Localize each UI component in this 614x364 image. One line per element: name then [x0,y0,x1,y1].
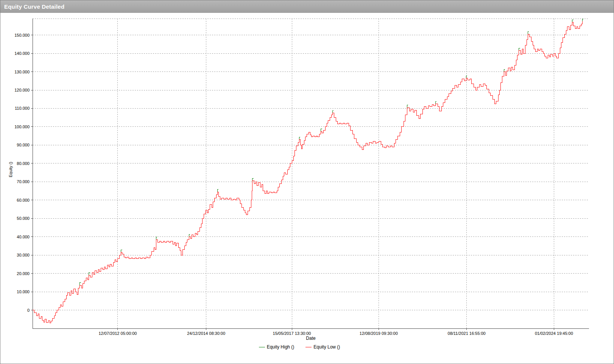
equity-high-spike [572,20,573,22]
equity-high-spike [528,32,529,34]
legend-swatch-high [259,347,265,347]
y-tick-label: 100.000 [14,124,30,129]
legend-label-high: Equity High () [267,344,295,350]
equity-high-spike [299,137,300,140]
y-axis-title: Equity () [8,152,13,187]
chart-panel[interactable]: 010.00020.00030.00040.00050.00060.00070.… [0,13,614,364]
y-tick-label: 10.000 [17,289,30,294]
legend-label-low: Equity Low () [313,344,340,350]
window-title-bar[interactable]: Equity Curve Detailed [0,0,614,13]
y-tick-label: 40.000 [17,235,30,239]
x-tick-label: 12/07/2012 05:00:00 [98,331,137,336]
equity-high-spike [321,129,322,131]
y-tick-label: 140.000 [14,51,30,56]
window-title: Equity Curve Detailed [4,3,64,10]
equity-high-spike [189,235,190,237]
legend-item-equity-high[interactable]: Equity High () [259,344,295,350]
equity-high-spike [121,250,122,252]
y-tick-label: 110.000 [15,106,30,110]
x-tick-label: 12/08/2019 09:30:00 [360,331,398,336]
equity-low-line [33,21,582,323]
equity-high-spike [89,272,90,275]
x-axis-title: Date [33,336,589,341]
y-tick-label: 80.000 [17,161,30,166]
app-window: Equity Curve Detailed 010.00020.00030.00… [0,0,614,364]
equity-high-spike [582,19,583,21]
y-tick-label: 0 [27,308,30,313]
equity-high-spike [519,48,520,51]
y-tick-label: 20.000 [17,271,30,276]
legend-item-equity-low[interactable]: Equity Low () [305,344,340,350]
y-tick-label: 120.000 [14,88,30,92]
y-tick-label: 50.000 [17,216,30,221]
equity-high-spike [156,237,157,240]
y-tick-label: 30.000 [17,253,30,257]
y-tick-label: 130.000 [14,70,30,74]
legend: Equity High () Equity Low () [0,344,598,350]
equity-high-spike [332,110,333,113]
equity-high-spike [80,283,81,285]
equity-high-spike [252,179,254,181]
equity-high-spike [407,105,408,107]
x-tick-label: 15/05/2017 13:30:00 [273,331,311,336]
chart-svg[interactable]: 010.00020.00030.00040.00050.00060.00070.… [0,13,614,364]
equity-high-spike [504,69,505,72]
x-tick-label: 08/11/2021 16:55:00 [448,331,486,336]
y-tick-label: 60.000 [17,198,30,202]
legend-swatch-low [305,347,312,347]
x-tick-label: 24/12/2014 08:30:00 [187,331,225,336]
equity-high-spike [217,190,218,192]
y-tick-label: 90.000 [17,143,30,147]
y-tick-label: 70.000 [17,179,30,184]
y-tick-label: 150.000 [14,33,30,37]
x-tick-label: 01/02/2024 19:45:00 [535,331,573,336]
equity-high-spike [435,101,436,104]
